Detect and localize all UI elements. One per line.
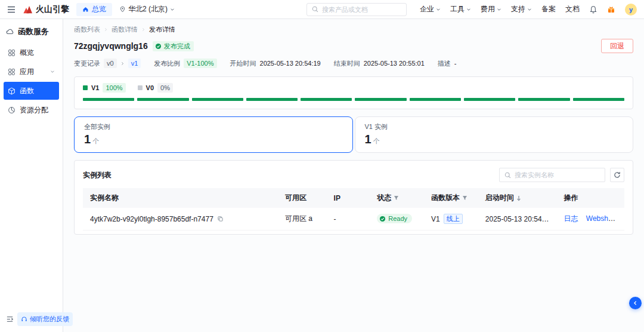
breadcrumb-function-detail[interactable]: 函数详情 — [112, 25, 138, 34]
migrate-link[interactable]: 迁移 — [623, 214, 624, 223]
instance-version: V1 — [431, 215, 440, 223]
legend-v0: V0 0% — [138, 83, 173, 93]
v1-instances-count: 1 个 — [365, 133, 624, 146]
chevron-down-icon — [170, 7, 175, 12]
region-selector[interactable]: 华北2 (北京) — [119, 4, 175, 14]
main-content: 函数列表 函数详情 发布详情 72zgqjyvqwnglg16 发布完成 回退 … — [63, 19, 644, 332]
applications-icon — [8, 68, 16, 76]
chevron-down-icon — [497, 7, 501, 12]
chevron-down-icon — [466, 7, 471, 12]
menu-support[interactable]: 支持 — [511, 4, 532, 14]
rollback-button[interactable]: 回退 — [601, 39, 633, 53]
volcano-logo-icon — [23, 5, 33, 14]
copy-icon[interactable] — [217, 216, 224, 222]
breadcrumb-separator-icon — [104, 27, 108, 32]
col-version: 函数版本 — [424, 188, 478, 208]
chevron-down-icon — [436, 7, 441, 12]
legend-swatch-v1 — [83, 85, 88, 90]
arrow-right-icon — [120, 62, 125, 66]
service-title: 函数服务 — [0, 25, 63, 43]
sidebar-item-overview[interactable]: 概览 — [4, 44, 59, 62]
instance-search[interactable] — [499, 168, 605, 182]
home-icon — [82, 6, 89, 13]
promo-gift-icon[interactable] — [607, 5, 615, 14]
progress-legend: V1 100% V0 0% — [83, 83, 624, 93]
menu-icp[interactable]: 备案 — [541, 4, 556, 14]
breadcrumb-release-detail: 发布详情 — [149, 25, 175, 34]
sidebar-item-functions[interactable]: 函数 — [4, 82, 59, 100]
meta-start-time: 开始时间 2025-05-13 20:54:19 — [230, 59, 321, 68]
col-zone: 可用区 — [278, 188, 327, 208]
status-badge: Ready — [377, 214, 412, 223]
instance-stat-cards: 全部实例 1 个 V1 实例 1 个 — [74, 116, 633, 153]
col-start-time: 启动时间 — [478, 188, 557, 208]
stat-card-v1-instances[interactable]: V1 实例 1 个 — [355, 116, 634, 153]
meta-change-record: 变更记录 v0 v1 — [74, 59, 141, 68]
instance-ip: - — [327, 208, 370, 230]
instance-list-title: 实例列表 — [83, 170, 112, 180]
meta-end-time: 结束时间 2025-05-13 20:55:01 — [334, 59, 425, 68]
sidebar-item-applications[interactable]: 应用 — [4, 63, 59, 81]
table-header-row: 实例名称 可用区 IP 状态 函数版本 启动时间 — [83, 188, 624, 208]
side-panel-toggle-button[interactable] — [629, 297, 642, 309]
instance-list-tools — [499, 168, 624, 182]
check-circle-icon — [379, 216, 386, 222]
page-title: 72zgqjyvqwnglg16 — [74, 41, 148, 51]
headset-icon — [21, 316, 27, 322]
col-ip: IP — [327, 188, 370, 208]
version-from-tag: v0 — [104, 59, 117, 68]
legend-swatch-v0 — [138, 85, 143, 90]
topnav-menu: 企业 工具 费用 支持 备案 文档 y — [420, 4, 637, 16]
meta-release-ratio: 发布比例 V1-100% — [154, 59, 216, 68]
instance-list-card: 实例列表 实例名称 — [74, 160, 633, 235]
filter-funnel-icon[interactable] — [462, 195, 467, 201]
col-status: 状态 — [370, 188, 424, 208]
refresh-icon — [614, 171, 621, 179]
instance-search-input[interactable] — [515, 171, 600, 179]
log-link[interactable]: 日志 — [564, 214, 578, 223]
product-search[interactable] — [306, 3, 407, 16]
sort-down-icon[interactable] — [516, 195, 521, 201]
instance-list-header: 实例列表 — [83, 168, 624, 182]
instance-table: 实例名称 可用区 IP 状态 函数版本 启动时间 — [83, 188, 624, 230]
col-actions: 操作 — [556, 188, 624, 208]
online-tag: 线上 — [444, 214, 463, 224]
cloud-service-icon — [6, 27, 14, 36]
instance-start-time: 2025-05-13 20:54:57 — [478, 208, 557, 230]
hamburger-menu-icon[interactable] — [7, 6, 16, 13]
check-circle-icon — [155, 43, 162, 50]
ratio-tag: V1-100% — [184, 59, 216, 68]
chevron-left-icon — [633, 300, 638, 306]
pie-chart-icon — [8, 106, 16, 114]
notifications-bell-icon[interactable] — [589, 5, 597, 14]
version-to-tag: v1 — [128, 59, 141, 68]
sidebar: 函数服务 概览 应用 函数 资源分配 — [0, 19, 63, 332]
release-progress-card: V1 100% V0 0% — [74, 76, 633, 109]
filter-funnel-icon[interactable] — [394, 195, 399, 201]
breadcrumb-function-list[interactable]: 函数列表 — [74, 25, 100, 34]
instance-name: 4ytk7w2b-v92yl0tlgh-8957b65df-n7477 — [90, 215, 213, 223]
brand-logo[interactable]: 火山引擎 — [23, 4, 69, 15]
product-search-input[interactable] — [322, 6, 401, 13]
feedback-button[interactable]: 倾听您的反馈 — [17, 312, 73, 326]
nav-overview[interactable]: 总览 — [76, 3, 112, 16]
release-header: 72zgqjyvqwnglg16 发布完成 回退 — [74, 39, 633, 53]
release-meta: 变更记录 v0 v1 发布比例 V1-100% 开始时间 2025-05-13 … — [74, 59, 633, 68]
breadcrumb: 函数列表 函数详情 发布详情 — [74, 25, 633, 34]
webshell-link[interactable]: Webshell — [586, 214, 615, 223]
menu-billing[interactable]: 费用 — [481, 4, 501, 14]
collapse-sidebar-icon[interactable] — [6, 315, 14, 323]
sidebar-item-resource-allocation[interactable]: 资源分配 — [4, 101, 59, 119]
menu-enterprise[interactable]: 企业 — [420, 4, 441, 14]
overview-grid-icon — [8, 49, 16, 57]
function-cube-icon — [8, 87, 16, 95]
menu-docs[interactable]: 文档 — [565, 4, 580, 14]
brand-name: 火山引擎 — [36, 4, 69, 15]
release-status-badge: 发布完成 — [153, 41, 194, 51]
chevron-down-icon — [527, 7, 532, 12]
refresh-button[interactable] — [610, 168, 624, 182]
user-avatar[interactable]: y — [625, 4, 637, 16]
menu-tools[interactable]: 工具 — [450, 4, 471, 14]
search-icon — [312, 6, 318, 13]
stat-card-all-instances[interactable]: 全部实例 1 个 — [74, 116, 353, 153]
